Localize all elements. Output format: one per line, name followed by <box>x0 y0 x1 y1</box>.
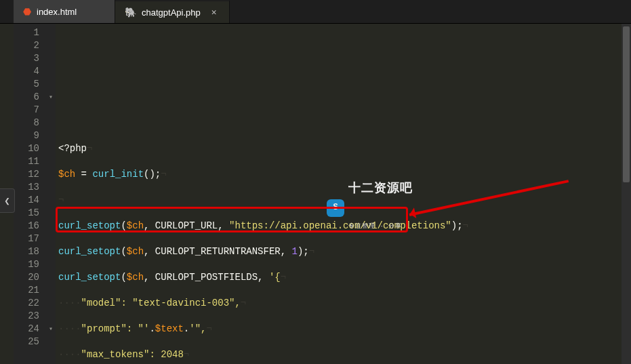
code-line: $ch = curl_init();¬ <box>58 168 631 181</box>
line-number: 19 <box>19 258 39 271</box>
line-number: 24 <box>19 323 39 336</box>
fold-gutter <box>46 24 56 364</box>
line-number: 21 <box>19 284 39 297</box>
chevron-left-icon: ❮ <box>4 195 9 207</box>
close-icon[interactable]: ✕ <box>209 7 220 18</box>
line-number: 1 <box>19 26 39 39</box>
code-editor[interactable]: 1 2 3 4 5 6 7 8 9 10 11 12 13 14 15 16 1… <box>14 24 631 364</box>
line-number: 9 <box>19 129 39 142</box>
line-number: 5 <box>19 78 39 91</box>
scrollbar-thumb[interactable] <box>623 26 630 182</box>
watermark-title: 十二资源吧 <box>348 182 413 195</box>
tab-chatgptapi-php[interactable]: 🐘 chatgptApi.php ✕ <box>115 0 230 23</box>
line-number: 8 <box>19 117 39 129</box>
code-line: curl_setopt($ch, CURLOPT_POSTFIELDS, '{¬ <box>58 271 631 284</box>
code-line: curl_setopt($ch, CURLOPT_URL, "https://a… <box>58 220 631 232</box>
line-number: 3 <box>19 52 39 65</box>
line-number: 25 <box>19 336 39 348</box>
line-number: 20 <box>19 271 39 284</box>
line-number-gutter: 1 2 3 4 5 6 7 8 9 10 11 12 13 14 15 16 1… <box>14 24 46 364</box>
line-number: 2 <box>19 39 39 52</box>
tab-label: index.html <box>37 7 77 17</box>
vertical-scrollbar[interactable] <box>622 24 631 364</box>
tab-label: chatgptApi.php <box>142 7 201 18</box>
sidebar-toggle[interactable]: ❮ <box>0 188 15 213</box>
line-number: 17 <box>19 232 39 245</box>
line-number: 15 <box>19 207 39 220</box>
line-number: 12 <box>19 168 39 181</box>
fold-arrow-icon[interactable] <box>46 323 56 336</box>
code-area[interactable]: S 十二资源吧 专注整理 · 分享 <?php¬ $ch = curl_init… <box>56 24 631 364</box>
tab-bar: ⬣ index.html 🐘 chatgptApi.php ✕ <box>0 0 631 24</box>
code-line: <?php¬ <box>58 142 631 155</box>
line-number: 13 <box>19 181 39 194</box>
line-number: 18 <box>19 245 39 258</box>
html5-icon: ⬣ <box>23 6 31 18</box>
code-line: ····"prompt": "'.$text.'",¬ <box>58 323 631 336</box>
line-number: 14 <box>19 194 39 207</box>
code-line: curl_setopt($ch, CURLOPT_RETURNTRANSFER,… <box>58 245 631 258</box>
line-number: 7 <box>19 104 39 117</box>
fold-arrow-icon[interactable] <box>46 91 56 104</box>
code-line: ····"model": "text-davinci-003",¬ <box>58 297 631 310</box>
line-number: 22 <box>19 297 39 310</box>
line-number: 4 <box>19 65 39 78</box>
line-number: 16 <box>19 220 39 232</box>
line-number: 23 <box>19 310 39 323</box>
code-line: ¬ <box>58 194 631 207</box>
line-number: 11 <box>19 155 39 168</box>
code-line: ····"max_tokens": 2048¬ <box>58 348 631 361</box>
php-icon: 🐘 <box>125 7 136 18</box>
line-number: 10 <box>19 142 39 155</box>
line-number: 6 <box>19 91 39 104</box>
tab-index-html[interactable]: ⬣ index.html <box>14 0 115 23</box>
